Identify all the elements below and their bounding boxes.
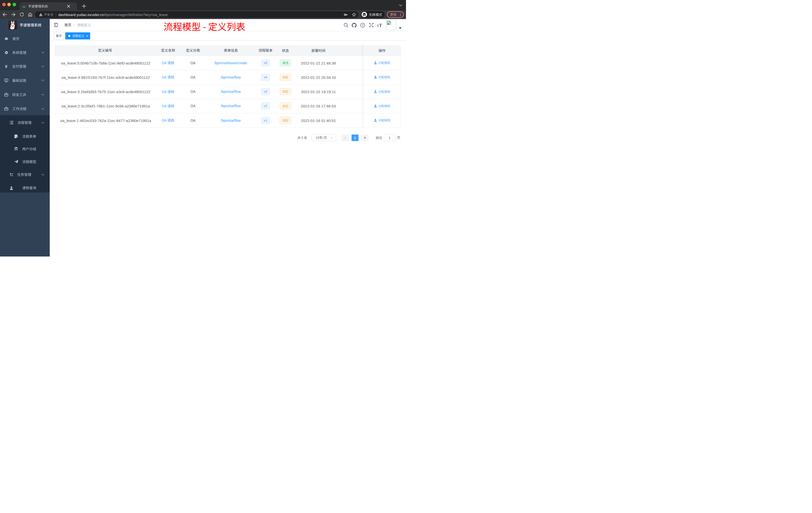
svg-text:?: ? xyxy=(362,24,364,27)
svg-text:T: T xyxy=(379,23,382,27)
svg-text:T: T xyxy=(377,24,379,27)
